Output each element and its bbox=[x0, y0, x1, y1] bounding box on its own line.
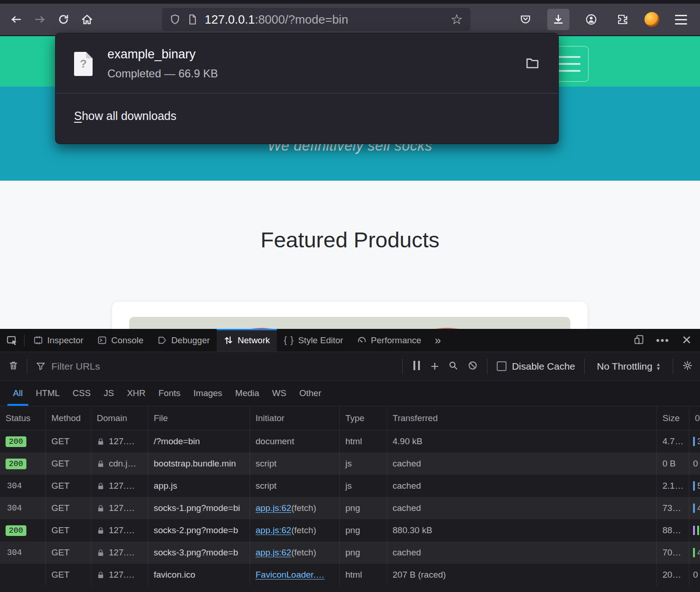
filter-urls-box[interactable] bbox=[27, 360, 402, 372]
responsive-design-icon[interactable] bbox=[634, 334, 644, 346]
funnel-icon bbox=[36, 361, 46, 372]
pick-element-icon[interactable] bbox=[0, 329, 24, 352]
disable-cache-checkbox[interactable] bbox=[497, 361, 506, 371]
filter-chip-ws[interactable]: WS bbox=[267, 381, 292, 406]
network-toolbar: + Disable Cache No Throttling ▲▼ bbox=[0, 352, 700, 381]
column-header-0-ms[interactable]: 0 ms bbox=[689, 406, 700, 430]
back-arrow-icon[interactable] bbox=[6, 10, 26, 29]
filter-chip-media[interactable]: Media bbox=[230, 381, 265, 406]
downloads-icon[interactable] bbox=[547, 9, 569, 30]
reload-icon[interactable] bbox=[54, 10, 73, 29]
forward-arrow-icon[interactable] bbox=[30, 10, 50, 29]
initiator-suffix: (fetch) bbox=[291, 503, 316, 513]
filter-chip-other[interactable]: Other bbox=[294, 381, 327, 406]
network-request-row[interactable]: 200GETcdn.j…bootstrap.bundle.minscriptjs… bbox=[0, 453, 700, 475]
waterfall-label: 0 bbox=[693, 570, 698, 580]
column-header-size[interactable]: Size bbox=[657, 406, 689, 430]
url-text: 127.0.0.1:8000/?mode=bin bbox=[205, 13, 444, 27]
disable-cache-label[interactable]: Disable Cache bbox=[512, 361, 575, 372]
filter-chip-all[interactable]: All bbox=[7, 381, 28, 406]
throttling-select[interactable]: No Throttling ▲▼ bbox=[594, 361, 663, 372]
close-devtools-icon[interactable]: ✕ bbox=[681, 333, 692, 347]
column-header-file[interactable]: File bbox=[148, 406, 250, 430]
network-request-row[interactable]: 200GET127.…/?mode=bindocumenthtml4.90 kB… bbox=[0, 430, 700, 453]
new-request-plus-icon[interactable]: + bbox=[431, 359, 439, 373]
status-badge: 200 bbox=[6, 459, 26, 469]
column-header-domain[interactable]: Domain bbox=[91, 406, 148, 430]
url-bar[interactable]: 127.0.0.1:8000/?mode=bin ☆ bbox=[162, 8, 470, 31]
cell-file: socks-2.png?mode=b bbox=[148, 519, 250, 542]
home-icon[interactable] bbox=[77, 10, 97, 29]
downloads-popup: ? example_binary Completed — 66.9 KB Sho… bbox=[55, 33, 559, 144]
initiator-link[interactable]: app.js:62 bbox=[256, 548, 291, 558]
initiator-link[interactable]: FaviconLoader.… bbox=[256, 570, 325, 580]
initiator-suffix: (fetch) bbox=[291, 548, 316, 558]
addon-fox-icon[interactable] bbox=[644, 12, 659, 27]
window-edge bbox=[0, 0, 700, 4]
column-header-method[interactable]: Method bbox=[46, 406, 91, 430]
clear-requests-trash-icon[interactable] bbox=[0, 360, 27, 372]
menu-hamburger-icon[interactable] bbox=[671, 10, 691, 29]
filter-chip-xhr[interactable]: XHR bbox=[121, 381, 151, 406]
network-request-row[interactable]: 304GET127.…socks-1.png?mode=biapp.js:62 … bbox=[0, 497, 700, 519]
devtools-tab-performance[interactable]: Performance bbox=[350, 329, 428, 352]
network-request-row[interactable]: 200GET127.…socks-2.png?mode=bapp.js:62 (… bbox=[0, 519, 700, 542]
filter-urls-input[interactable] bbox=[50, 360, 236, 372]
pause-icon[interactable] bbox=[412, 361, 421, 372]
waterfall-tick bbox=[693, 526, 695, 535]
cell-initiator: app.js:62 (fetch) bbox=[250, 497, 340, 519]
cell-size: 0 B bbox=[657, 453, 689, 475]
network-request-row[interactable]: 304GET127.…app.jsscriptjscached2.1…51 bbox=[0, 475, 700, 497]
open-folder-icon[interactable] bbox=[525, 56, 540, 72]
column-header-initiator[interactable]: Initiator bbox=[250, 406, 340, 430]
pocket-icon[interactable] bbox=[516, 10, 535, 29]
divider bbox=[584, 359, 585, 374]
block-request-icon[interactable] bbox=[468, 360, 478, 372]
filter-chip-js[interactable]: JS bbox=[98, 381, 119, 406]
devtools-tab-debugger[interactable]: Debugger bbox=[150, 329, 217, 352]
status-code: 304 bbox=[6, 481, 22, 491]
cell-initiator: app.js:62 (fetch) bbox=[250, 542, 340, 564]
cell-initiator: script bbox=[250, 475, 340, 497]
devtools-tab-console[interactable]: Console bbox=[90, 329, 150, 352]
show-all-downloads-link[interactable]: Show all downloads bbox=[56, 94, 558, 123]
shield-icon[interactable] bbox=[169, 14, 181, 25]
cell-waterfall: 51 bbox=[689, 475, 700, 497]
devtools-tab-inspector[interactable]: Inspector bbox=[26, 329, 90, 352]
network-settings-gear-icon[interactable] bbox=[682, 360, 693, 372]
devtools-menu-icon[interactable]: ••• bbox=[656, 334, 669, 346]
cell-waterfall: 4 bbox=[689, 497, 700, 519]
account-icon[interactable] bbox=[581, 10, 601, 29]
column-header-transferred[interactable]: Transferred bbox=[387, 406, 657, 430]
page-info-icon[interactable] bbox=[187, 14, 198, 25]
filter-chip-css[interactable]: CSS bbox=[67, 381, 96, 406]
nav-button-group bbox=[0, 10, 162, 29]
waterfall-label: 0 bbox=[693, 459, 698, 469]
network-request-row[interactable]: 304GET127.…socks-3.png?mode=bapp.js:62 (… bbox=[0, 542, 700, 564]
network-request-row[interactable]: GET127.…favicon.icoFaviconLoader.…html20… bbox=[0, 564, 700, 586]
bookmark-star-icon[interactable]: ☆ bbox=[450, 13, 463, 26]
cell-status: 304 bbox=[0, 475, 46, 497]
download-item[interactable]: example_binary Completed — 66.9 KB bbox=[107, 47, 525, 80]
filter-chip-images[interactable]: Images bbox=[188, 381, 228, 406]
filter-chip-fonts[interactable]: Fonts bbox=[153, 381, 186, 406]
extensions-puzzle-icon[interactable] bbox=[613, 10, 632, 29]
column-header-type[interactable]: Type bbox=[340, 406, 387, 430]
devtools-tab-network[interactable]: Network bbox=[217, 329, 277, 352]
status-code: 304 bbox=[6, 548, 22, 557]
cell-waterfall: 4 bbox=[689, 542, 700, 564]
browser-toolbar: 127.0.0.1:8000/?mode=bin ☆ bbox=[0, 4, 700, 36]
filter-chip-html[interactable]: HTML bbox=[30, 381, 65, 406]
search-icon[interactable] bbox=[448, 360, 458, 372]
more-tabs-chevron-icon[interactable]: » bbox=[428, 329, 447, 352]
inspector-icon bbox=[33, 335, 43, 345]
status-code: 304 bbox=[6, 504, 22, 513]
cell-transferred: 4.90 kB bbox=[387, 430, 657, 453]
network-table-header: StatusMethodDomainFileInitiatorTypeTrans… bbox=[0, 406, 700, 430]
cell-size: 2.1… bbox=[657, 475, 689, 497]
initiator-link[interactable]: app.js:62 bbox=[256, 503, 291, 513]
cell-size: 88… bbox=[657, 519, 689, 542]
devtools-tab-style-editor[interactable]: { }Style Editor bbox=[277, 329, 350, 352]
column-header-status[interactable]: Status bbox=[0, 406, 46, 430]
initiator-link[interactable]: app.js:62 bbox=[256, 525, 291, 535]
